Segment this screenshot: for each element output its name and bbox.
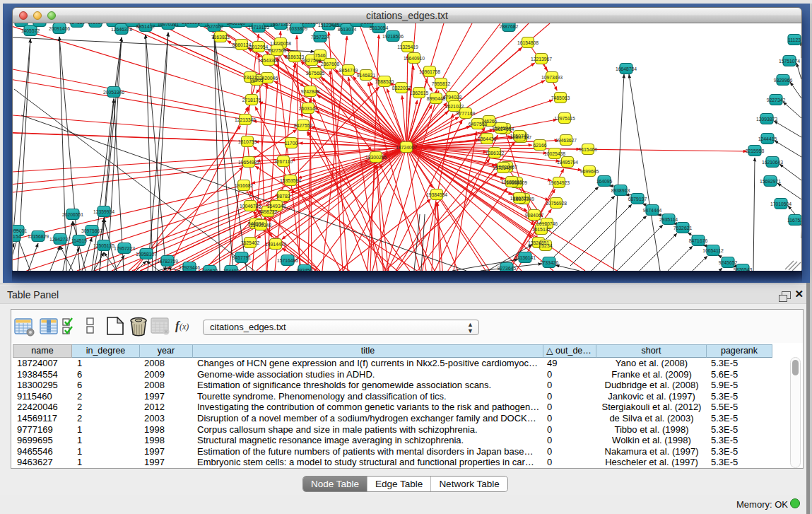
svg-text:10025438: 10025438 [544,151,565,156]
svg-text:12505135: 12505135 [93,243,114,248]
svg-text:8215958: 8215958 [746,148,765,153]
svg-text:(x): (x) [180,322,189,332]
svg-text:12975115: 12975115 [554,116,575,121]
svg-text:8938913: 8938913 [611,188,630,193]
svg-text:9699695: 9699695 [580,169,599,174]
svg-text:3675685: 3675685 [306,71,325,76]
svg-text:8273645: 8273645 [498,266,517,271]
svg-text:19218506: 19218506 [382,34,404,39]
svg-text:12646378: 12646378 [111,27,132,32]
svg-text:1050748: 1050748 [510,134,529,139]
svg-text:16543362: 16543362 [258,58,279,63]
svg-text:15692971: 15692971 [760,179,781,184]
svg-text:8427552: 8427552 [294,123,313,128]
svg-text:954680: 954680 [69,23,86,25]
svg-text:164095: 164095 [596,179,613,184]
svg-text:1588520: 1588520 [375,79,394,84]
svg-text:9146821: 9146821 [357,73,376,78]
svg-text:116753: 116753 [787,218,801,223]
svg-text:9329966: 9329966 [774,78,793,83]
svg-text:17957223: 17957223 [114,246,135,251]
svg-text:940532: 940532 [202,269,218,271]
svg-text:6879197: 6879197 [628,197,647,201]
svg-text:12359934: 12359934 [93,209,114,214]
svg-text:18300295: 18300295 [365,155,387,160]
svg-text:16648784: 16648784 [616,66,637,71]
svg-text:2367608: 2367608 [321,62,340,66]
svg-text:106034: 106034 [88,23,104,25]
svg-text:3267110: 3267110 [274,159,293,164]
svg-text:18495794: 18495794 [557,160,578,165]
svg-text:114519: 114519 [71,238,87,243]
svg-text:15409348: 15409348 [250,223,271,228]
svg-text:11123: 11123 [788,37,801,42]
svg-text:16120746: 16120746 [536,221,558,226]
svg-text:11700: 11700 [285,141,298,146]
svg-text:9777169: 9777169 [457,111,476,116]
svg-text:992450: 992450 [297,268,313,271]
svg-text:184403: 184403 [223,269,240,271]
svg-text:9245652: 9245652 [719,260,738,265]
svg-text:62166: 62166 [534,143,547,148]
svg-text:9876543: 9876543 [734,267,753,271]
svg-text:1615132: 1615132 [532,227,551,232]
svg-text:8471676: 8471676 [689,238,708,243]
svg-text:98783: 98783 [277,194,290,199]
svg-text:1880723: 1880723 [510,196,529,201]
svg-text:14136141: 14136141 [514,255,536,260]
svg-text:15353594: 15353594 [280,178,301,183]
svg-text:10654112: 10654112 [702,248,724,253]
svg-text:9227342: 9227342 [767,98,786,103]
svg-text:8660124: 8660124 [233,42,252,47]
svg-text:8454749: 8454749 [339,68,358,73]
svg-text:16961758: 16961758 [419,69,440,74]
svg-text:7955812: 7955812 [432,81,451,86]
svg-text:8186323: 8186323 [286,54,305,59]
svg-text:20053346: 20053346 [103,90,124,95]
svg-text:7515526: 7515526 [300,23,319,25]
svg-text:10719155: 10719155 [248,25,269,30]
svg-text:8613074: 8613074 [338,27,357,32]
svg-text:12156829: 12156829 [28,234,49,239]
svg-text:13226058: 13226058 [270,41,291,46]
svg-text:30412: 30412 [241,23,254,24]
svg-text:1916682: 1916682 [235,183,254,188]
svg-text:15716485: 15716485 [277,258,298,263]
svg-text:1405572: 1405572 [21,28,40,33]
svg-text:9474444: 9474444 [643,208,662,213]
svg-text:7485063: 7485063 [551,95,570,100]
svg-text:15751074: 15751074 [779,59,800,64]
svg-text:983: 983 [17,23,25,24]
svg-text:10046785: 10046785 [240,204,261,209]
svg-text:1435001: 1435001 [13,228,27,233]
svg-text:8851412: 8851412 [136,24,155,29]
svg-text:98111: 98111 [361,23,374,25]
svg-text:9327508: 9327508 [302,58,322,63]
svg-text:18724007: 18724007 [396,145,417,150]
svg-text:30114: 30114 [331,23,345,24]
svg-text:6794028: 6794028 [443,95,462,100]
svg-text:2603144: 2603144 [299,106,318,111]
svg-text:18605: 18605 [107,23,120,24]
svg-text:2935114: 2935114 [659,217,678,222]
svg-text:8912954: 8912954 [249,45,269,49]
svg-text:2887682: 2887682 [500,24,519,29]
svg-text:7546: 7546 [314,53,325,58]
svg-text:19654983: 19654983 [238,160,259,165]
svg-text:23421: 23421 [244,75,257,80]
svg-text:12213967: 12213967 [531,57,552,62]
svg-text:16154808: 16154808 [517,40,539,45]
svg-text:7357224: 7357224 [311,35,330,40]
svg-text:9242848: 9242848 [301,89,320,94]
svg-text:7632621: 7632621 [673,226,693,230]
svg-text:10970331: 10970331 [158,23,179,27]
svg-text:8813054: 8813054 [370,25,389,30]
svg-text:15726407: 15726407 [493,165,514,170]
svg-text:12942737: 12942737 [49,237,71,242]
svg-text:10958107: 10958107 [136,252,157,257]
svg-text:7625402: 7625402 [241,240,260,245]
svg-text:3498222: 3498222 [259,209,278,214]
svg-text:16782759: 16782759 [157,259,178,264]
svg-text:14914479: 14914479 [265,242,286,247]
svg-text:9327505: 9327505 [268,48,287,53]
